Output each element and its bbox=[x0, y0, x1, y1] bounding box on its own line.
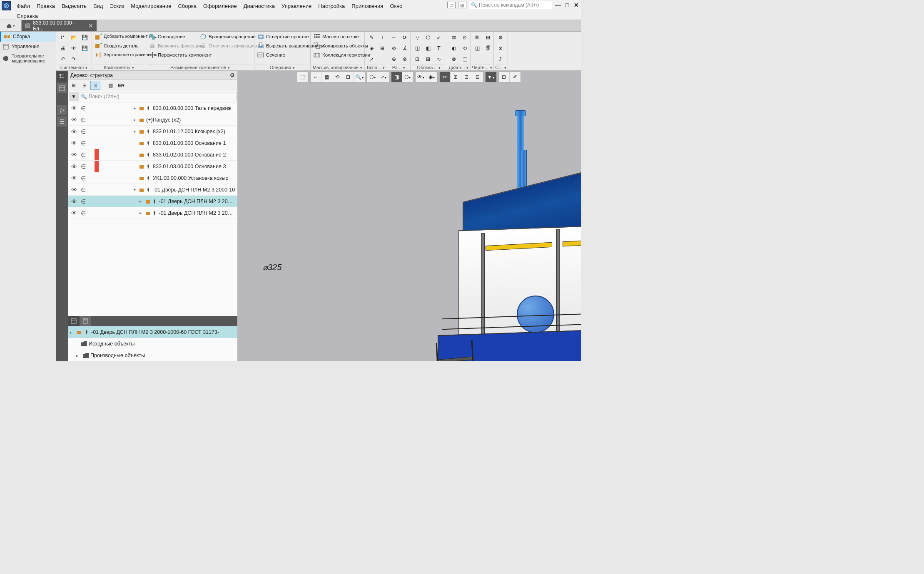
tree-row[interactable]: 👁∈▸833.01.08.00.000 Таль передвиж bbox=[68, 102, 237, 114]
c-icon-2[interactable]: ⊗ bbox=[496, 43, 506, 53]
side-fx-icon[interactable]: ƒx bbox=[57, 105, 67, 115]
expander-icon[interactable]: ▸ bbox=[138, 211, 143, 215]
menu-diagnostics[interactable]: Диагностика bbox=[240, 2, 278, 10]
filter-icon[interactable]: ▼ bbox=[69, 92, 79, 101]
expander-icon[interactable]: ▸ bbox=[132, 129, 137, 134]
vt-show[interactable]: ◉ bbox=[426, 72, 437, 82]
tree-row[interactable]: 👁∈УК1.00.00.000 Установка козыр bbox=[68, 172, 237, 184]
visibility-icon[interactable]: 👁 bbox=[70, 175, 79, 181]
vt-sec-3[interactable]: ⊡ bbox=[461, 72, 472, 82]
diag-icon-5[interactable]: ⊗ bbox=[449, 54, 459, 64]
save-icon[interactable]: 💾 bbox=[80, 32, 90, 42]
visibility-icon[interactable]: 👁 bbox=[70, 128, 79, 135]
move-component-button[interactable]: Переместить компонент bbox=[148, 51, 198, 59]
dim-icon-6[interactable]: ⊗ bbox=[400, 54, 410, 64]
not-icon-2[interactable]: ⬡ bbox=[423, 32, 433, 42]
print-icon[interactable]: 🖨 bbox=[58, 43, 68, 53]
menu-modeling[interactable]: Моделирование bbox=[127, 2, 174, 10]
vt-orient[interactable]: ⬡ bbox=[367, 72, 378, 82]
include-icon[interactable]: ∈ bbox=[79, 186, 88, 193]
tree-row[interactable]: 👁∈833.01.02.00.000 Основание 2 bbox=[68, 149, 237, 161]
document-tab[interactable]: 833.00.00.00.000 - Бл... ✕ bbox=[22, 20, 97, 31]
window-close-icon[interactable]: ✕ bbox=[573, 2, 580, 8]
aux-icon-1[interactable]: ✎ bbox=[366, 32, 376, 42]
aux-icon-2[interactable]: ⟂ bbox=[377, 32, 387, 42]
visibility-icon[interactable]: 👁 bbox=[70, 163, 79, 170]
not-icon-1[interactable]: ▽ bbox=[412, 32, 422, 42]
new-doc-icon[interactable]: 🗋 bbox=[58, 32, 68, 42]
include-icon[interactable]: ∈ bbox=[79, 175, 88, 181]
tree-footer-tab-1[interactable] bbox=[68, 316, 80, 326]
dim-icon-4[interactable]: ∡ bbox=[400, 43, 410, 53]
tree-row[interactable]: 👁∈▸-01 Дверь ДСН ПЛН М2 3 2000-1 bbox=[68, 207, 237, 219]
menu-apps[interactable]: Приложения bbox=[348, 2, 386, 10]
window-mode-1-icon[interactable]: ▭ bbox=[447, 2, 456, 8]
visibility-icon[interactable]: 👁 bbox=[70, 152, 79, 158]
visibility-icon[interactable]: 👁 bbox=[70, 186, 79, 193]
tree-row[interactable]: 👁∈▸-01 Дверь ДСН ПЛН М2 3 2000-1 bbox=[68, 196, 237, 207]
vt-sec-4[interactable]: ⊟ bbox=[472, 72, 483, 82]
detail-selected[interactable]: ▾ -01 Дверь ДСН ПЛН М2 3 2000-1000-60 ГО… bbox=[68, 326, 237, 338]
dim-icon-2[interactable]: ⟳ bbox=[400, 32, 410, 42]
visibility-icon[interactable]: 👁 bbox=[70, 140, 79, 147]
vt-1[interactable]: ⌐ bbox=[311, 72, 321, 82]
menu-manage[interactable]: Управление bbox=[278, 2, 315, 10]
not-icon-3[interactable]: ↙ bbox=[434, 32, 444, 42]
vt-3[interactable]: ⟲ bbox=[332, 72, 343, 82]
menu-file[interactable]: Файл bbox=[13, 2, 33, 10]
not-icon-9[interactable]: ∿ bbox=[434, 54, 444, 64]
include-icon[interactable]: ∈ bbox=[79, 210, 88, 216]
menu-layout[interactable]: Оформление bbox=[200, 2, 240, 10]
tab-close-icon[interactable]: ✕ bbox=[88, 22, 93, 29]
include-icon[interactable]: ∈ bbox=[79, 117, 88, 123]
tree-footer-tab-2[interactable] bbox=[80, 316, 91, 326]
menu-select[interactable]: Выделить bbox=[58, 2, 90, 10]
detail-sub2[interactable]: ▸ Производные объекты bbox=[68, 350, 237, 361]
draw-icon-4[interactable]: 🗐 bbox=[483, 43, 493, 53]
vt-select-icon[interactable]: ⬚ bbox=[297, 72, 308, 82]
include-icon[interactable]: ∈ bbox=[79, 128, 88, 135]
menu-assembly[interactable]: Сборка bbox=[174, 2, 200, 10]
not-icon-7[interactable]: ⊡ bbox=[412, 54, 422, 64]
diag-icon-1[interactable]: ⚖ bbox=[449, 32, 459, 42]
tree-search-input[interactable]: 🔍 Поиск (Ctrl+/) bbox=[79, 92, 237, 101]
tree-row[interactable]: 👁∈833.01.01.00.000 Основание 1 bbox=[68, 137, 237, 149]
menu-sketch[interactable]: Эскиз bbox=[106, 2, 127, 10]
menu-help[interactable]: Справка bbox=[13, 12, 41, 20]
vt-axis[interactable]: ↗ bbox=[378, 72, 389, 82]
tree-tb-2[interactable]: ⊟ bbox=[80, 81, 90, 90]
include-icon[interactable]: ∈ bbox=[79, 105, 88, 112]
expander-icon[interactable]: ▾ bbox=[132, 187, 137, 192]
window-mode-2-icon[interactable]: ▥ bbox=[458, 2, 466, 8]
diag-icon-2[interactable]: ⊙ bbox=[460, 32, 470, 42]
visibility-icon[interactable]: 👁 bbox=[70, 210, 79, 216]
vt-4[interactable]: ⊡ bbox=[343, 72, 354, 82]
include-icon[interactable]: ∈ bbox=[79, 198, 88, 205]
not-icon-8[interactable]: ⊞ bbox=[423, 54, 433, 64]
draw-icon-2[interactable]: ⊞ bbox=[483, 32, 493, 42]
menu-edit[interactable]: Правка bbox=[33, 2, 58, 10]
not-icon-5[interactable]: ◧ bbox=[423, 43, 433, 53]
tree-tb-5[interactable]: ⊞▾ bbox=[116, 81, 126, 90]
tree-settings-icon[interactable]: ⚙ bbox=[230, 72, 235, 78]
tree-row[interactable]: 👁∈▸833.01.01.12.000 Козырек (x2) bbox=[68, 126, 237, 137]
visibility-icon[interactable]: 👁 bbox=[70, 105, 79, 112]
redo-icon[interactable]: ↷ bbox=[69, 54, 79, 64]
3d-viewport[interactable]: ⬚ ⌐ ▦ ⟲ ⊡ 🔍 ⬡ ↗ ◨ ⬡ bbox=[238, 71, 581, 361]
tree-row[interactable]: 👁∈833.01.03.00.000 Основание 3 bbox=[68, 161, 237, 172]
tab-home[interactable]: ▾ bbox=[0, 20, 22, 31]
menu-view[interactable]: Вид bbox=[90, 2, 107, 10]
vt-last-1[interactable]: ⊡ bbox=[499, 72, 510, 82]
vt-hide[interactable]: 👁 bbox=[416, 72, 426, 82]
vt-shade-1[interactable]: ◨ bbox=[391, 72, 402, 82]
vt-sec-2[interactable]: ⊞ bbox=[451, 72, 461, 82]
vt-filter[interactable]: ▼ bbox=[486, 72, 496, 82]
side-tree-icon[interactable] bbox=[57, 72, 67, 82]
tree-row[interactable]: 👁∈▾-01 Дверь ДСН ПЛН М2 3 2000-10 bbox=[68, 184, 237, 196]
preview-icon[interactable]: 👁 bbox=[69, 43, 79, 53]
menu-window[interactable]: Окно bbox=[386, 2, 406, 10]
command-search[interactable]: 🔍 Поиск по командам (Alt+/) bbox=[469, 1, 552, 9]
side-props-icon[interactable] bbox=[57, 83, 67, 93]
detail-sub1[interactable]: Исходные объекты bbox=[68, 338, 237, 350]
copy-objects-button[interactable]: Копировать объекты bbox=[312, 42, 371, 50]
